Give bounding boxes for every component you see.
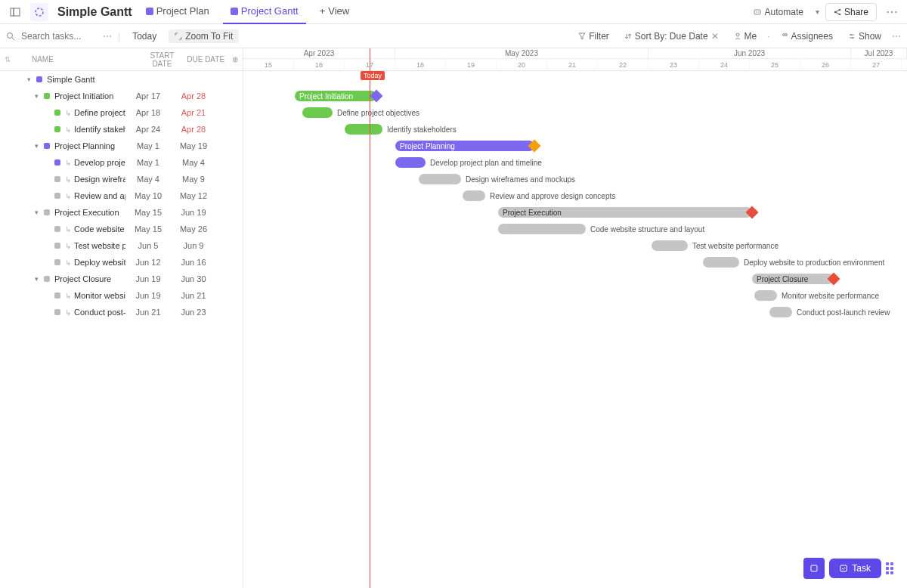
svg-rect-1 xyxy=(14,8,20,16)
task-row[interactable]: ↳Develop project plan and timelineMay 1M… xyxy=(0,154,243,171)
task-name-cell[interactable]: ↳Design wireframes and mockups xyxy=(0,175,125,184)
task-row[interactable]: ↳Design wireframes and mockupsMay 4May 9 xyxy=(0,171,243,187)
gantt-row[interactable]: Review and approve design concepts xyxy=(243,187,907,204)
gantt-bar[interactable]: Develop project plan and timeline xyxy=(395,157,426,168)
task-due-date: Jun 19 xyxy=(171,208,216,217)
task-name-cell[interactable]: ▾Project Initiation xyxy=(0,91,125,101)
status-dot xyxy=(54,176,60,182)
gantt-row[interactable] xyxy=(243,71,907,88)
add-column-button[interactable]: ⊕ xyxy=(228,55,243,63)
task-row[interactable]: ↳Conduct post-launch reviewJun 21Jun 23 xyxy=(0,304,243,320)
gantt-bar[interactable]: Review and approve design concepts xyxy=(463,190,485,201)
gantt-bar[interactable]: Deploy website to production environment xyxy=(703,257,739,268)
task-name-cell[interactable]: ▾Project Execution xyxy=(0,208,125,217)
me-button[interactable]: Me xyxy=(729,29,762,43)
assignees-button[interactable]: Assignees xyxy=(776,29,837,43)
gantt-bar[interactable]: Project Execution xyxy=(498,207,752,218)
gantt-bar[interactable]: Design wireframes and mockups xyxy=(419,174,461,184)
task-row[interactable]: ↳Define project objectivesApr 18Apr 21 xyxy=(0,104,243,121)
new-task-button[interactable]: Task xyxy=(829,559,881,578)
task-name-cell[interactable]: ↳Define project objectives xyxy=(0,108,125,117)
collapse-sidebar-icon[interactable] xyxy=(6,3,24,21)
task-name-cell[interactable]: ▾Simple Gantt xyxy=(0,75,125,84)
gantt-row[interactable]: Project Execution xyxy=(243,204,907,221)
bar-label: Define project objectives xyxy=(337,109,419,117)
sort-button[interactable]: Sort By: Due Date ✕ xyxy=(620,29,723,43)
task-row[interactable]: ↳Code website structure and layoutMay 15… xyxy=(0,221,243,237)
toolbar-more-icon[interactable]: ⋯ xyxy=(892,31,901,42)
collapse-icon[interactable]: ▾ xyxy=(35,209,44,216)
more-menu-icon[interactable]: ⋯ xyxy=(883,3,901,21)
quick-action-button[interactable] xyxy=(803,558,825,579)
gantt-bar[interactable]: Define project objectives xyxy=(302,107,333,118)
task-name-cell[interactable]: ▾Project Planning xyxy=(0,141,125,150)
automate-button[interactable]: Automate xyxy=(747,4,809,20)
filter-button[interactable]: Filter xyxy=(574,29,614,43)
gantt-bar[interactable]: Project Planning xyxy=(395,141,534,151)
gantt-bar[interactable]: Monitor website performance xyxy=(754,290,777,301)
task-row[interactable]: ↳Identify stakeholdersApr 24Apr 28 xyxy=(0,121,243,138)
collapse-icon[interactable]: ▾ xyxy=(35,92,44,100)
settings-icon xyxy=(848,32,856,40)
clear-sort-icon[interactable]: ✕ xyxy=(711,31,719,42)
gantt-bar[interactable]: Identify stakeholders xyxy=(345,124,382,135)
gantt-row[interactable]: Identify stakeholders xyxy=(243,121,907,138)
collapse-icon[interactable]: ▾ xyxy=(27,76,36,83)
task-row[interactable]: ▾Project ClosureJun 19Jun 30 xyxy=(0,271,243,287)
task-name-text: Project Closure xyxy=(54,274,111,283)
task-name-cell[interactable]: ↳Deploy website to production environmen… xyxy=(0,258,125,267)
apps-button[interactable] xyxy=(886,559,898,577)
search-input[interactable] xyxy=(21,31,97,42)
gantt-bar[interactable]: Project Closure xyxy=(752,274,834,284)
gantt-bar[interactable]: Code website structure and layout xyxy=(498,224,586,234)
task-name-cell[interactable]: ↳Monitor website performance xyxy=(0,291,125,300)
gantt-row[interactable]: Test website performance xyxy=(243,237,907,254)
collapse-icon[interactable]: ▾ xyxy=(35,142,44,150)
task-row[interactable]: ↳Test website performanceJun 5Jun 9 xyxy=(0,237,243,254)
chevron-down-icon[interactable]: ▾ xyxy=(816,8,819,16)
task-name-cell[interactable]: ↳Code website structure and layout xyxy=(0,224,125,234)
task-name-cell[interactable]: ↳Identify stakeholders xyxy=(0,125,125,134)
gantt-row[interactable]: Develop project plan and timeline xyxy=(243,154,907,171)
task-row[interactable]: ▾Simple Gantt xyxy=(0,71,243,88)
task-row[interactable]: ▾Project PlanningMay 1May 19 xyxy=(0,138,243,154)
tab-project-plan[interactable]: Project Plan xyxy=(138,0,217,24)
gantt-bar[interactable]: Project Initiation xyxy=(295,91,376,101)
today-button[interactable]: Today xyxy=(126,29,163,43)
gantt-body[interactable]: Project InitiationDefine project objecti… xyxy=(243,71,907,320)
app-logo-icon[interactable] xyxy=(30,3,48,21)
add-view-button[interactable]: + View xyxy=(312,0,358,24)
gantt-row[interactable]: Monitor website performance xyxy=(243,287,907,304)
gantt-row[interactable]: Define project objectives xyxy=(243,104,907,121)
gantt-row[interactable]: Project Closure xyxy=(243,271,907,287)
gantt-row[interactable]: Project Initiation xyxy=(243,88,907,104)
collapse-icon[interactable]: ▾ xyxy=(35,275,44,283)
status-dot xyxy=(54,309,60,315)
task-row[interactable]: ▾Project ExecutionMay 15Jun 19 xyxy=(0,204,243,221)
gantt-row[interactable]: Design wireframes and mockups xyxy=(243,171,907,187)
task-name-cell[interactable]: ▾Project Closure xyxy=(0,274,125,283)
task-row[interactable]: ↳Monitor website performanceJun 19Jun 21 xyxy=(0,287,243,304)
gantt-bar[interactable]: Conduct post-launch review xyxy=(769,307,792,317)
zoom-to-fit-button[interactable]: Zoom To Fit xyxy=(169,29,239,43)
task-name-cell[interactable]: ↳Review and approve design concepts xyxy=(0,191,125,200)
gantt-row[interactable]: Project Planning xyxy=(243,138,907,154)
task-row[interactable]: ↳Deploy website to production environmen… xyxy=(0,254,243,271)
show-button[interactable]: Show xyxy=(844,29,886,43)
share-button[interactable]: Share xyxy=(825,3,877,21)
task-name-cell[interactable]: ↳Develop project plan and timeline xyxy=(0,158,125,167)
task-name-cell[interactable]: ↳Test website performance xyxy=(0,241,125,250)
status-dot xyxy=(36,76,42,82)
gantt-row[interactable]: Conduct post-launch review xyxy=(243,304,907,320)
task-due-date: Jun 9 xyxy=(171,241,216,250)
task-row[interactable]: ▾Project InitiationApr 17Apr 28 xyxy=(0,88,243,104)
task-name-cell[interactable]: ↳Conduct post-launch review xyxy=(0,308,125,317)
bar-label: Develop project plan and timeline xyxy=(430,159,542,167)
gantt-bar[interactable]: Test website performance xyxy=(652,240,688,251)
expand-all-icon[interactable]: ⇅ xyxy=(0,55,15,63)
gantt-row[interactable]: Code website structure and layout xyxy=(243,221,907,237)
gantt-row[interactable]: Deploy website to production environment xyxy=(243,254,907,271)
tab-project-gantt[interactable]: Project Gantt xyxy=(223,0,306,24)
task-row[interactable]: ↳Review and approve design conceptsMay 1… xyxy=(0,187,243,204)
search-more-icon[interactable]: ⋯ xyxy=(103,31,112,42)
